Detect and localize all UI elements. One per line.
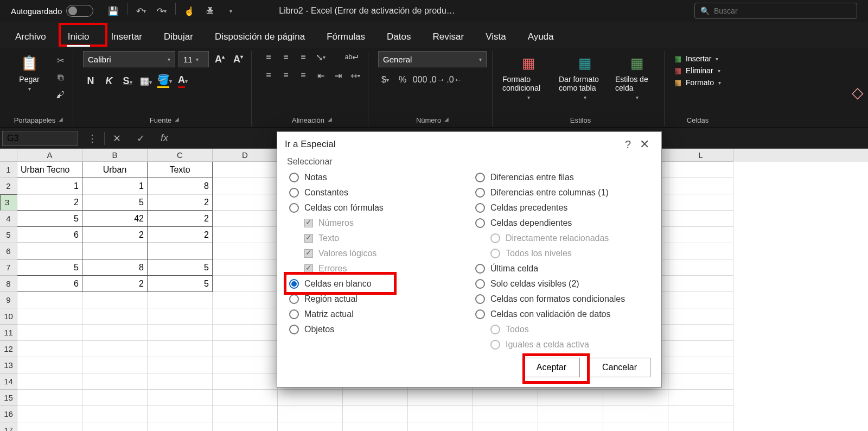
cell[interactable] — [82, 292, 148, 308]
format-table-button[interactable]: ▦Dar formato como tabla▾ — [559, 51, 611, 100]
cell[interactable]: 2 — [148, 227, 213, 243]
cell[interactable]: 2 — [148, 211, 213, 227]
decrease-decimal-icon[interactable]: .0← — [448, 74, 462, 86]
increase-decimal-icon[interactable]: .0→ — [430, 74, 444, 86]
dialog-launcher-icon[interactable]: ◢ — [175, 116, 179, 124]
cell[interactable] — [17, 406, 82, 422]
cell[interactable] — [538, 406, 603, 422]
redo-icon[interactable]: ↷▾ — [152, 3, 171, 19]
cut-icon[interactable]: ✂ — [53, 54, 67, 66]
cell[interactable] — [668, 227, 733, 243]
format-cells-button[interactable]: ▦Formato▾ — [674, 78, 721, 87]
option-solo-celdas-visibles-2-[interactable]: Solo celdas visibles (2) — [473, 276, 652, 291]
row-header[interactable]: 17 — [0, 422, 17, 431]
option-celdas-con-formatos-condicionales[interactable]: Celdas con formatos condicionales — [473, 291, 652, 307]
cell[interactable] — [213, 227, 278, 243]
option-regi-n-actual[interactable]: Región actual — [287, 291, 465, 307]
cancel-button[interactable]: Cancelar — [589, 358, 650, 377]
cell[interactable] — [82, 357, 148, 373]
cell[interactable]: 5 — [17, 259, 82, 276]
font-size-select[interactable]: 11▾ — [178, 51, 209, 67]
align-left-icon[interactable]: ≡ — [261, 69, 276, 81]
tab-vista[interactable]: Vista — [482, 27, 509, 48]
cell[interactable] — [82, 373, 148, 390]
cell[interactable] — [668, 276, 733, 292]
cell[interactable] — [473, 390, 538, 406]
cell[interactable] — [148, 308, 213, 325]
close-icon[interactable]: ✕ — [635, 137, 654, 151]
align-right-icon[interactable]: ≡ — [296, 69, 310, 81]
cell[interactable] — [668, 390, 733, 406]
cell[interactable]: 2 — [82, 227, 148, 243]
cell[interactable]: 42 — [82, 211, 148, 227]
row-header[interactable]: 1 — [0, 162, 17, 178]
cell[interactable] — [408, 406, 473, 422]
option-diferencias-entre-filas[interactable]: Diferencias entre filas — [473, 170, 652, 185]
tab-revisar[interactable]: Revisar — [430, 27, 468, 48]
cell[interactable] — [668, 373, 733, 390]
cell[interactable]: 5 — [148, 259, 213, 276]
row-header[interactable]: 2 — [0, 178, 17, 194]
option-objetos[interactable]: Objetos — [287, 322, 465, 337]
cell-styles-button[interactable]: ▦Estilos de celda▾ — [615, 51, 659, 100]
cell[interactable]: 2 — [82, 276, 148, 292]
cell[interactable] — [538, 422, 603, 431]
column-header[interactable]: B — [82, 149, 148, 162]
autosave-toggle[interactable]: Autoguardado — [11, 5, 93, 17]
cell[interactable] — [213, 390, 278, 406]
cell[interactable] — [17, 292, 82, 308]
cell[interactable] — [82, 422, 148, 431]
cell[interactable] — [17, 308, 82, 325]
cell[interactable] — [668, 243, 733, 259]
cell[interactable] — [603, 422, 668, 431]
cell[interactable] — [213, 211, 278, 227]
cell[interactable] — [213, 422, 278, 431]
cell[interactable] — [148, 422, 213, 431]
option-constantes[interactable]: Constantes — [287, 185, 465, 200]
cell[interactable] — [668, 194, 733, 211]
search-input[interactable]: 🔍 Buscar — [694, 3, 857, 19]
cell[interactable] — [213, 243, 278, 259]
tab-insertar[interactable]: Insertar — [107, 27, 145, 48]
cell[interactable] — [213, 276, 278, 292]
column-header[interactable]: C — [148, 149, 213, 162]
cell[interactable]: Urban Tecno — [17, 162, 82, 178]
cell[interactable] — [473, 406, 538, 422]
cell[interactable] — [17, 357, 82, 373]
align-bottom-icon[interactable]: ≡ — [296, 51, 310, 63]
cell[interactable] — [148, 390, 213, 406]
help-icon[interactable]: ? — [621, 138, 635, 151]
paste-button[interactable]: 📋 Pegar ▾ — [10, 51, 49, 92]
cell[interactable] — [82, 308, 148, 325]
increase-font-icon[interactable]: A▴ — [212, 54, 227, 65]
cell[interactable]: 1 — [82, 178, 148, 194]
cell[interactable] — [148, 325, 213, 341]
cell[interactable]: 5 — [17, 211, 82, 227]
column-header[interactable]: A — [17, 149, 82, 162]
tab-fórmulas[interactable]: Fórmulas — [323, 27, 368, 48]
tab-dibujar[interactable]: Dibujar — [161, 27, 196, 48]
select-all-corner[interactable] — [0, 149, 17, 162]
cell[interactable] — [148, 357, 213, 373]
cell[interactable] — [213, 308, 278, 325]
row-header[interactable]: 5 — [0, 227, 17, 243]
option-diferencias-entre-columnas-1-[interactable]: Diferencias entre columnas (1) — [473, 185, 652, 200]
tab-archivo[interactable]: Archivo — [12, 27, 49, 48]
cell[interactable] — [17, 325, 82, 341]
cell[interactable] — [278, 422, 343, 431]
cell[interactable] — [17, 422, 82, 431]
cell[interactable] — [668, 259, 733, 276]
cell[interactable]: 5 — [148, 276, 213, 292]
insert-cells-button[interactable]: ▦Insertar▾ — [674, 54, 721, 63]
delete-cells-button[interactable]: ▦Eliminar▾ — [674, 66, 721, 75]
qat-customize-icon[interactable]: ▾ — [221, 3, 240, 19]
cell[interactable] — [148, 406, 213, 422]
cell[interactable] — [17, 390, 82, 406]
option-celdas-con-validaci-n-de-datos[interactable]: Celdas con validación de datos — [473, 307, 652, 322]
cell[interactable]: 6 — [17, 276, 82, 292]
cell[interactable] — [668, 406, 733, 422]
font-name-select[interactable]: Calibri▾ — [83, 51, 175, 67]
cell[interactable] — [473, 422, 538, 431]
print-icon[interactable]: 🖶 — [201, 3, 219, 19]
font-color-icon[interactable]: A▾ — [175, 74, 190, 88]
